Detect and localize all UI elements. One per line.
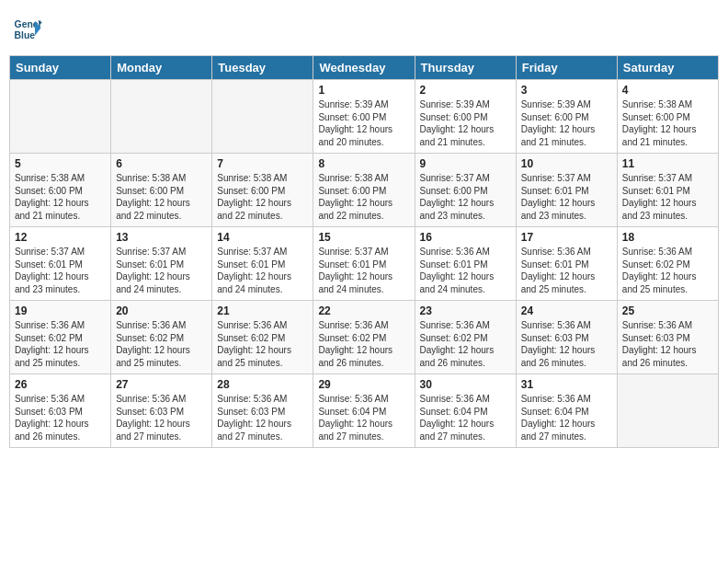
day-number: 15: [318, 231, 409, 244]
calendar-cell: 11Sunrise: 5:37 AM Sunset: 6:01 PM Dayli…: [617, 154, 718, 227]
day-number: 12: [15, 231, 106, 244]
day-info: Sunrise: 5:39 AM Sunset: 6:00 PM Dayligh…: [318, 98, 409, 148]
logo: General Blue: [13, 15, 46, 44]
calendar-cell: 3Sunrise: 5:39 AM Sunset: 6:00 PM Daylig…: [516, 80, 617, 154]
day-info: Sunrise: 5:36 AM Sunset: 6:03 PM Dayligh…: [15, 393, 106, 442]
day-number: 14: [217, 231, 308, 244]
day-number: 29: [318, 378, 409, 391]
day-info: Sunrise: 5:37 AM Sunset: 6:01 PM Dayligh…: [318, 246, 409, 295]
col-header-wednesday: Wednesday: [313, 56, 415, 80]
day-number: 13: [116, 231, 207, 244]
day-number: 23: [420, 304, 511, 317]
col-header-thursday: Thursday: [415, 56, 516, 80]
day-number: 21: [217, 304, 308, 317]
day-number: 7: [217, 157, 308, 170]
day-info: Sunrise: 5:36 AM Sunset: 6:02 PM Dayligh…: [318, 319, 409, 369]
calendar-cell: 7Sunrise: 5:38 AM Sunset: 6:00 PM Daylig…: [212, 154, 313, 227]
day-number: 17: [521, 231, 612, 244]
day-number: 4: [622, 84, 713, 97]
calendar-cell: 30Sunrise: 5:36 AM Sunset: 6:04 PM Dayli…: [415, 374, 516, 448]
col-header-saturday: Saturday: [617, 56, 718, 80]
day-info: Sunrise: 5:36 AM Sunset: 6:01 PM Dayligh…: [420, 246, 511, 295]
day-number: 27: [116, 378, 207, 391]
calendar-cell: 19Sunrise: 5:36 AM Sunset: 6:02 PM Dayli…: [10, 301, 111, 374]
day-number: 2: [420, 84, 511, 97]
svg-text:Blue: Blue: [15, 30, 36, 40]
day-info: Sunrise: 5:36 AM Sunset: 6:02 PM Dayligh…: [420, 319, 511, 369]
day-info: Sunrise: 5:36 AM Sunset: 6:02 PM Dayligh…: [217, 319, 308, 369]
day-number: 16: [420, 231, 511, 244]
calendar-cell: 13Sunrise: 5:37 AM Sunset: 6:01 PM Dayli…: [111, 227, 212, 301]
day-info: Sunrise: 5:37 AM Sunset: 6:01 PM Dayligh…: [15, 246, 106, 295]
calendar-cell: 6Sunrise: 5:38 AM Sunset: 6:00 PM Daylig…: [111, 154, 212, 227]
calendar-cell: 28Sunrise: 5:36 AM Sunset: 6:03 PM Dayli…: [212, 374, 313, 448]
day-info: Sunrise: 5:36 AM Sunset: 6:04 PM Dayligh…: [318, 393, 409, 442]
col-header-monday: Monday: [111, 56, 212, 80]
calendar-cell: 26Sunrise: 5:36 AM Sunset: 6:03 PM Dayli…: [10, 374, 111, 448]
day-info: Sunrise: 5:36 AM Sunset: 6:03 PM Dayligh…: [521, 319, 612, 369]
calendar-cell: [617, 374, 718, 448]
calendar-cell: 9Sunrise: 5:37 AM Sunset: 6:00 PM Daylig…: [415, 154, 516, 227]
day-info: Sunrise: 5:38 AM Sunset: 6:00 PM Dayligh…: [15, 172, 106, 222]
day-info: Sunrise: 5:37 AM Sunset: 6:00 PM Dayligh…: [420, 172, 511, 222]
day-number: 11: [622, 157, 713, 170]
day-info: Sunrise: 5:37 AM Sunset: 6:01 PM Dayligh…: [622, 172, 713, 222]
day-number: 31: [521, 378, 612, 391]
day-number: 24: [521, 304, 612, 317]
day-number: 5: [15, 157, 106, 170]
calendar-cell: 2Sunrise: 5:39 AM Sunset: 6:00 PM Daylig…: [415, 80, 516, 154]
calendar-cell: [10, 80, 111, 154]
calendar-cell: 14Sunrise: 5:37 AM Sunset: 6:01 PM Dayli…: [212, 227, 313, 301]
calendar-cell: [111, 80, 212, 154]
day-info: Sunrise: 5:38 AM Sunset: 6:00 PM Dayligh…: [116, 172, 207, 222]
day-number: 9: [420, 157, 511, 170]
calendar-cell: 24Sunrise: 5:36 AM Sunset: 6:03 PM Dayli…: [516, 301, 617, 374]
calendar-cell: 8Sunrise: 5:38 AM Sunset: 6:00 PM Daylig…: [313, 154, 415, 227]
col-header-sunday: Sunday: [10, 56, 111, 80]
col-header-friday: Friday: [516, 56, 617, 80]
calendar-cell: 15Sunrise: 5:37 AM Sunset: 6:01 PM Dayli…: [313, 227, 415, 301]
day-number: 20: [116, 304, 207, 317]
calendar-cell: 20Sunrise: 5:36 AM Sunset: 6:02 PM Dayli…: [111, 301, 212, 374]
day-number: 1: [318, 84, 409, 97]
calendar-cell: 25Sunrise: 5:36 AM Sunset: 6:03 PM Dayli…: [617, 301, 718, 374]
day-number: 3: [521, 84, 612, 97]
calendar-cell: 31Sunrise: 5:36 AM Sunset: 6:04 PM Dayli…: [516, 374, 617, 448]
calendar-cell: 5Sunrise: 5:38 AM Sunset: 6:00 PM Daylig…: [10, 154, 111, 227]
day-info: Sunrise: 5:37 AM Sunset: 6:01 PM Dayligh…: [116, 246, 207, 295]
day-info: Sunrise: 5:36 AM Sunset: 6:03 PM Dayligh…: [622, 319, 713, 369]
day-info: Sunrise: 5:38 AM Sunset: 6:00 PM Dayligh…: [217, 172, 308, 222]
day-info: Sunrise: 5:36 AM Sunset: 6:02 PM Dayligh…: [15, 319, 106, 369]
day-info: Sunrise: 5:36 AM Sunset: 6:03 PM Dayligh…: [217, 393, 308, 442]
day-info: Sunrise: 5:36 AM Sunset: 6:02 PM Dayligh…: [622, 246, 713, 295]
col-header-tuesday: Tuesday: [212, 56, 313, 80]
day-info: Sunrise: 5:38 AM Sunset: 6:00 PM Dayligh…: [318, 172, 409, 222]
page-header: General Blue: [9, 9, 719, 50]
day-number: 22: [318, 304, 409, 317]
day-info: Sunrise: 5:36 AM Sunset: 6:01 PM Dayligh…: [521, 246, 612, 295]
calendar-cell: 27Sunrise: 5:36 AM Sunset: 6:03 PM Dayli…: [111, 374, 212, 448]
day-number: 28: [217, 378, 308, 391]
calendar-cell: 29Sunrise: 5:36 AM Sunset: 6:04 PM Dayli…: [313, 374, 415, 448]
day-info: Sunrise: 5:39 AM Sunset: 6:00 PM Dayligh…: [521, 98, 612, 148]
day-info: Sunrise: 5:38 AM Sunset: 6:00 PM Dayligh…: [622, 98, 713, 148]
calendar-cell: 1Sunrise: 5:39 AM Sunset: 6:00 PM Daylig…: [313, 80, 415, 154]
calendar-cell: 16Sunrise: 5:36 AM Sunset: 6:01 PM Dayli…: [415, 227, 516, 301]
calendar-cell: 10Sunrise: 5:37 AM Sunset: 6:01 PM Dayli…: [516, 154, 617, 227]
calendar-cell: 17Sunrise: 5:36 AM Sunset: 6:01 PM Dayli…: [516, 227, 617, 301]
day-info: Sunrise: 5:39 AM Sunset: 6:00 PM Dayligh…: [420, 98, 511, 148]
day-info: Sunrise: 5:37 AM Sunset: 6:01 PM Dayligh…: [217, 246, 308, 295]
day-info: Sunrise: 5:36 AM Sunset: 6:04 PM Dayligh…: [521, 393, 612, 442]
day-number: 6: [116, 157, 207, 170]
day-info: Sunrise: 5:36 AM Sunset: 6:02 PM Dayligh…: [116, 319, 207, 369]
day-number: 26: [15, 378, 106, 391]
day-number: 25: [622, 304, 713, 317]
calendar-cell: [212, 80, 313, 154]
day-number: 18: [622, 231, 713, 244]
calendar-cell: 4Sunrise: 5:38 AM Sunset: 6:00 PM Daylig…: [617, 80, 718, 154]
calendar-cell: 18Sunrise: 5:36 AM Sunset: 6:02 PM Dayli…: [617, 227, 718, 301]
day-number: 10: [521, 157, 612, 170]
day-info: Sunrise: 5:36 AM Sunset: 6:04 PM Dayligh…: [420, 393, 511, 442]
logo-icon: General Blue: [13, 15, 42, 44]
calendar-cell: 21Sunrise: 5:36 AM Sunset: 6:02 PM Dayli…: [212, 301, 313, 374]
